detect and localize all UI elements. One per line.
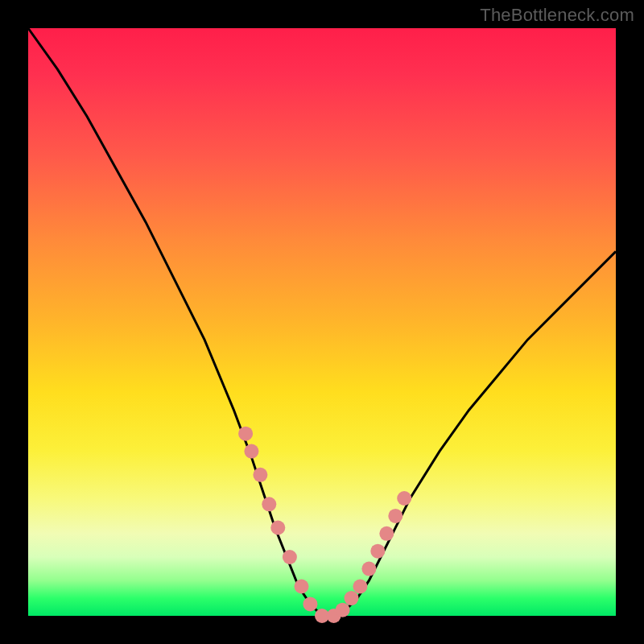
curve-marker	[370, 544, 385, 559]
bottleneck-curve	[28, 28, 616, 616]
curve-marker	[353, 580, 367, 594]
curve-marker	[345, 591, 359, 605]
watermark-text: TheBottleneck.com	[480, 5, 634, 26]
curve-marker	[295, 580, 309, 594]
curve-marker	[303, 597, 317, 611]
curve-marker	[283, 550, 297, 564]
curve-marker	[379, 526, 394, 541]
curve-layer	[28, 28, 616, 616]
curve-marker	[361, 562, 376, 576]
curve-marker	[270, 521, 285, 535]
marker-group	[238, 427, 411, 623]
curve-path	[28, 28, 616, 616]
plot-area	[28, 28, 616, 616]
curve-marker	[238, 427, 253, 441]
curve-marker	[388, 509, 402, 523]
curve-marker	[336, 603, 350, 617]
curve-marker	[397, 491, 411, 506]
curve-marker	[244, 444, 258, 459]
curve-marker	[262, 497, 276, 511]
curve-marker	[253, 468, 267, 482]
chart-frame: TheBottleneck.com	[0, 0, 644, 644]
